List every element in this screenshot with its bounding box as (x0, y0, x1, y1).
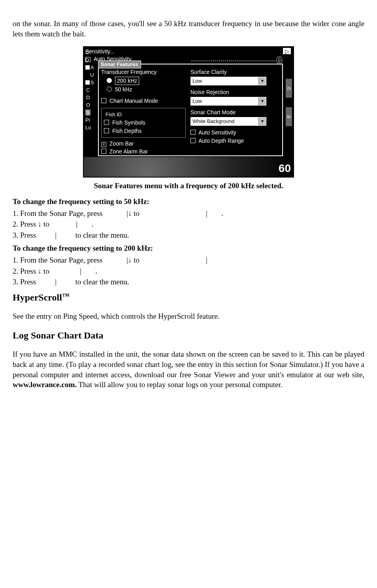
fish-id-legend: Fish ID (104, 111, 123, 118)
hyperscroll-body: See the entry on Ping Speed, which contr… (13, 311, 364, 321)
step-200-1: 1. From the Sonar Page, press MENU|↓ to … (13, 255, 364, 265)
bg-sensitivity-item: Sensitivity... (85, 48, 281, 55)
surface-clarity-value: Low (191, 77, 258, 85)
radio-200khz-label: 200 kHz (115, 77, 139, 85)
sonar-chart-mode-label: Sonar Chart Mode (190, 109, 280, 116)
chevron-down-icon: ▼ (258, 97, 266, 105)
sonar-chart-mode-value: White Background (191, 117, 258, 125)
zoom-2x-icon: 2x (286, 79, 292, 98)
screenshot-container: Sensitivity... Auto Sensitivity ▷ 0 C D … (13, 46, 364, 178)
heading-log-sonar: Log Sonar Chart Data (13, 329, 364, 342)
transducer-freq-label: Transducer Frequency (101, 68, 186, 76)
lowrance-url: www.lowrance.com. (13, 380, 77, 389)
sonar-features-dialog: Sensitivity... Auto Sensitivity ▷ 0 C D … (83, 46, 294, 178)
intro-paragraph: on the sonar. In many of those cases, yo… (13, 19, 364, 39)
depth-reading: 60 (279, 161, 291, 176)
dialog-title: Sonar Features (98, 61, 141, 68)
noise-rejection-label: Noise Rejection (190, 89, 280, 96)
screenshot-caption: Sonar Features menu with a frequency of … (13, 181, 364, 191)
noise-rejection-dropdown[interactable]: Low ▼ (190, 97, 266, 106)
fish-id-group: Fish ID Fish Symbols Fish Depths (101, 108, 186, 138)
heading-hyperscroll: HyperScroll™ (13, 291, 364, 304)
scroll-arrow-icon: ▷ (283, 48, 291, 54)
fish-symbols-checkbox[interactable] (104, 120, 109, 125)
radio-200khz[interactable] (107, 78, 112, 83)
zone-alarm-checkbox[interactable] (101, 149, 106, 154)
chevron-down-icon: ▼ (258, 117, 266, 125)
sonar-surface-line (191, 61, 283, 61)
fish-depths-label: Fish Depths (112, 128, 142, 134)
surface-clarity-dropdown[interactable]: Low ▼ (190, 77, 266, 85)
zoom-scale: 2x 4x (285, 79, 292, 126)
auto-depth-range-label: Auto Depth Range (198, 138, 244, 144)
sonar-bottom-return (84, 157, 293, 177)
chevron-down-icon: ▼ (258, 77, 266, 85)
auto-sensitivity-label: Auto Sensitivity (198, 129, 236, 136)
auto-sensitivity-checkbox[interactable] (190, 130, 196, 135)
chart-manual-checkbox[interactable] (101, 98, 106, 103)
zone-alarm-label: Zone Alarm Bar (109, 148, 148, 155)
step-200-2: 2. Press ↓ to 200 KHZ|ENT. (13, 266, 364, 276)
step-50-1: 1. From the Sonar Page, press MENU|↓ to … (13, 208, 364, 219)
noise-rejection-value: Low (191, 97, 258, 105)
background-menu-left: C D A U S C D O S Pi Lo (85, 49, 96, 159)
step-50-3: 3. Press EXIT|EXIT to clear the menu. (13, 230, 364, 240)
radio-50khz[interactable] (107, 87, 112, 92)
zoom-bar-label: Zoom Bar (109, 140, 134, 147)
zoom-bar-checkbox[interactable]: x (101, 142, 106, 147)
fish-depths-checkbox[interactable] (104, 128, 109, 133)
auto-depth-range-checkbox[interactable] (190, 138, 196, 143)
radio-50khz-label: 50 kHz (115, 86, 132, 93)
sonar-features-panel: Sonar Features Transducer Frequency 200 … (98, 64, 283, 156)
zoom-4x-icon: 4x (286, 107, 292, 126)
step-50-2: 2. Press ↓ to 50 KHZ|ENT. (13, 219, 364, 229)
sonar-chart-mode-dropdown[interactable]: White Background ▼ (190, 117, 266, 126)
surface-clarity-label: Surface Clarity (190, 68, 280, 76)
step-200-3: 3. Press EXIT|EXIT to clear the menu. (13, 277, 364, 287)
fish-symbols-label: Fish Symbols (112, 119, 145, 126)
heading-200khz: To change the frequency setting to 200 k… (13, 243, 364, 253)
chart-manual-label: Chart Manual Mode (109, 98, 158, 104)
log-sonar-body: If you have an MMC installed in the unit… (13, 349, 364, 390)
trademark-icon: ™ (62, 292, 70, 300)
heading-50khz: To change the frequency setting to 50 kH… (13, 197, 364, 207)
